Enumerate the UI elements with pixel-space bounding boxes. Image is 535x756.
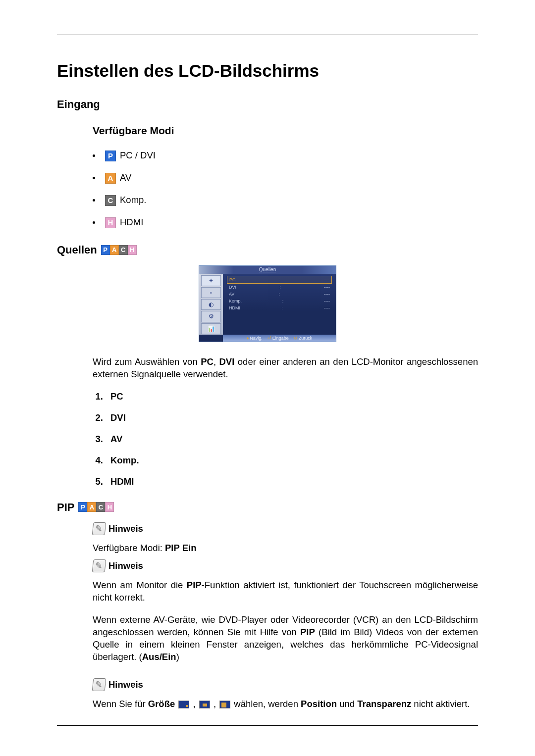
section-pip-heading-row: PIP P A C H bbox=[57, 500, 478, 515]
note-icon: ✎ bbox=[92, 559, 107, 572]
osd-sidebar-icon: ▫ bbox=[201, 287, 221, 298]
badge-c-icon: C bbox=[96, 502, 105, 512]
osd-footer: ♦Navig. ⏎Eingabe ↺Zurück bbox=[223, 335, 336, 342]
quellen-source-list: PC DVI AV Komp. HDMI bbox=[93, 391, 478, 488]
pip-size-icon-large bbox=[219, 701, 230, 708]
quellen-badge-strip: P A C H bbox=[101, 245, 137, 255]
osd-title: Quellen bbox=[199, 266, 336, 274]
badge-c-icon: C bbox=[119, 245, 128, 255]
hinweis-label: Hinweis bbox=[108, 679, 143, 691]
badge-a-icon: A bbox=[105, 173, 116, 184]
list-item: Komp. bbox=[106, 454, 478, 467]
osd-row-label: Komp. bbox=[229, 298, 242, 304]
osd-row-value: ---- bbox=[323, 276, 329, 283]
section-quellen-heading: Quellen bbox=[57, 243, 97, 257]
osd-row-komp: Komp. : ---- bbox=[227, 298, 332, 304]
osd-row-label: DVI bbox=[229, 284, 236, 291]
list-item: DVI bbox=[106, 412, 478, 424]
page-title: Einstellen des LCD-Bildschirms bbox=[57, 59, 478, 82]
osd-row-av: AV : ---- bbox=[227, 291, 332, 298]
mode-item-pc-dvi: P PC / DVI bbox=[93, 150, 478, 162]
bullet-icon bbox=[93, 199, 95, 202]
pip-size-icon-medium bbox=[199, 701, 210, 708]
badge-h-icon: H bbox=[105, 217, 116, 228]
available-modes-list: P PC / DVI A AV C Komp. H HDMI bbox=[93, 150, 478, 229]
osd-row-label: AV bbox=[229, 291, 234, 298]
top-divider bbox=[57, 35, 478, 35]
section-pip-heading: PIP bbox=[57, 500, 74, 515]
osd-row-dvi: DVI : ---- bbox=[227, 284, 332, 291]
osd-row-value: ---- bbox=[324, 284, 330, 291]
mode-label: Komp. bbox=[120, 194, 146, 206]
bullet-icon bbox=[93, 221, 95, 224]
pip-size-icon-small bbox=[178, 701, 189, 708]
osd-row-value: ---- bbox=[324, 291, 330, 298]
bullet-icon bbox=[93, 154, 95, 157]
badge-a-icon: A bbox=[110, 245, 119, 255]
osd-row-label: PC bbox=[229, 276, 236, 283]
list-item: HDMI bbox=[106, 476, 478, 488]
note-icon: ✎ bbox=[92, 678, 107, 691]
pip-size-note: Wenn Sie für Größe , , wählen, werden Po… bbox=[93, 698, 478, 710]
osd-footer-zurueck: Zurück bbox=[299, 336, 313, 341]
osd-main: PC : ---- DVI : ---- AV : ---- Komp. : bbox=[223, 274, 336, 335]
osd-sidebar-icon: ⚙ bbox=[201, 311, 221, 322]
badge-h-icon: H bbox=[128, 245, 137, 255]
hinweis-label: Hinweis bbox=[108, 560, 143, 572]
hinweis-row-3: ✎ Hinweis bbox=[93, 678, 478, 691]
hinweis-row-2: ✎ Hinweis bbox=[93, 559, 478, 572]
pip-available-modes: Verfügbare Modi: PIP Ein bbox=[93, 542, 478, 554]
pip-touchscreen-note: Wenn am Monitor die PIP-Funktion aktivie… bbox=[93, 579, 478, 604]
badge-h-icon: H bbox=[105, 502, 114, 512]
osd-sidebar: ✦ ▫ ◐ ⚙ 📊 bbox=[199, 274, 223, 335]
hinweis-row-1: ✎ Hinweis bbox=[93, 522, 478, 535]
note-icon: ✎ bbox=[92, 522, 107, 535]
mode-label: HDMI bbox=[120, 216, 143, 229]
osd-row-pc: PC : ---- bbox=[227, 276, 332, 284]
sub-heading-verfuegbare-modi: Verfügbare Modi bbox=[93, 124, 478, 138]
mode-item-av: A AV bbox=[93, 172, 478, 184]
badge-a-icon: A bbox=[87, 502, 96, 512]
osd-row-value: ---- bbox=[324, 304, 330, 311]
quellen-description: Wird zum Auswählen von PC, DVI oder eine… bbox=[93, 356, 478, 381]
osd-row-hdmi: HDMI : ---- bbox=[227, 304, 332, 311]
hinweis-label: Hinweis bbox=[108, 523, 143, 535]
mode-item-komp: C Komp. bbox=[93, 194, 478, 206]
bottom-divider bbox=[57, 725, 478, 726]
mode-item-hdmi: H HDMI bbox=[93, 216, 478, 229]
osd-screenshot: Quellen ✦ ▫ ◐ ⚙ 📊 PC : ---- DVI : ---- bbox=[199, 265, 336, 342]
osd-footer-eingabe: Eingabe bbox=[272, 336, 289, 341]
list-item: AV bbox=[106, 433, 478, 446]
osd-sidebar-icon: 📊 bbox=[201, 323, 221, 334]
pip-badge-strip: P A C H bbox=[78, 502, 114, 512]
section-quellen-heading-row: Quellen P A C H bbox=[57, 243, 478, 257]
badge-p-icon: P bbox=[78, 502, 87, 512]
osd-footer-navig: Navig. bbox=[250, 336, 263, 341]
badge-p-icon: P bbox=[105, 151, 116, 161]
badge-p-icon: P bbox=[101, 245, 110, 255]
list-item: PC bbox=[106, 391, 478, 403]
badge-c-icon: C bbox=[105, 195, 116, 206]
bullet-icon bbox=[93, 177, 95, 179]
section-eingang-heading: Eingang bbox=[57, 97, 478, 112]
osd-sidebar-icon: ✦ bbox=[201, 275, 221, 286]
pip-description: Wenn externe AV-Geräte, wie DVD-Player o… bbox=[93, 614, 478, 663]
osd-row-label: HDMI bbox=[229, 304, 240, 311]
osd-sidebar-icon: ◐ bbox=[201, 299, 221, 310]
mode-label: PC / DVI bbox=[120, 150, 156, 162]
osd-row-value: ---- bbox=[324, 298, 330, 304]
mode-label: AV bbox=[120, 172, 131, 184]
